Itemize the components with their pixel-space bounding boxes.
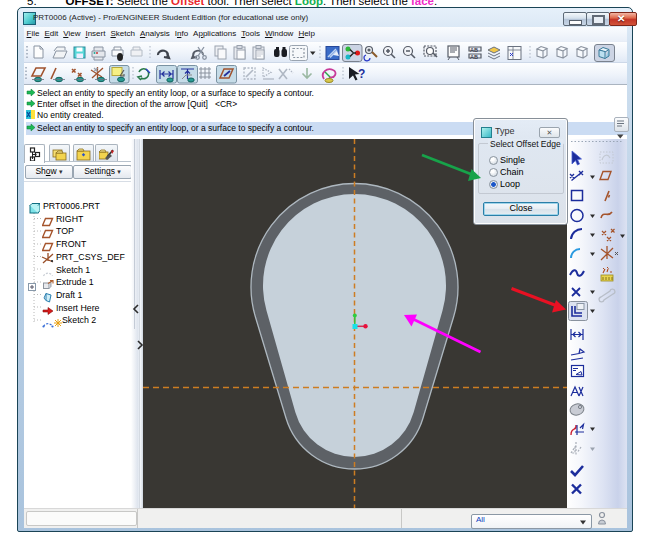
svg-text:?: ?: [358, 67, 365, 81]
svg-text:AB: AB: [470, 47, 478, 53]
svg-text:AB: AB: [470, 54, 478, 60]
